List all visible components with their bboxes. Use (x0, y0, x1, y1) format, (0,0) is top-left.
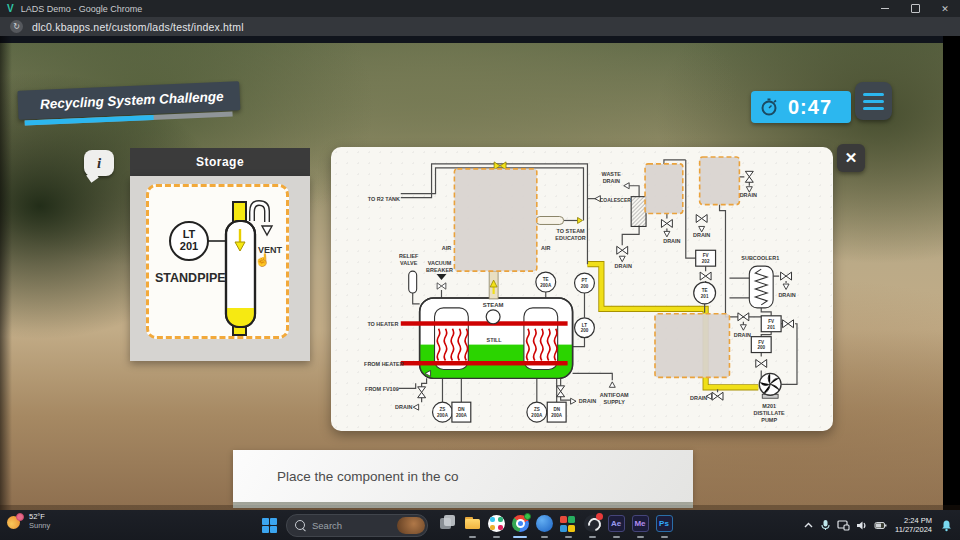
chrome-icon (512, 515, 529, 532)
taskbar-icon-file-explorer[interactable] (460, 511, 484, 539)
diagram-label: FROM FV109 (365, 386, 399, 392)
taskbar-icon-slack[interactable] (484, 511, 508, 539)
battery-icon[interactable] (874, 520, 887, 531)
timer-value: 0:47 (788, 96, 832, 119)
taskbar-icon-photoshop[interactable]: Ps (652, 511, 676, 539)
diagram-label: ANTIFOAM (600, 392, 629, 398)
svg-text:FV: FV (758, 340, 764, 345)
diagram-label: VALVE (400, 260, 418, 266)
instrument-PT-200: PT200 (575, 273, 595, 293)
svg-text:TE: TE (543, 277, 549, 282)
taskbar-search[interactable]: Search (286, 514, 428, 537)
notification-bell-icon[interactable] (940, 519, 953, 532)
svg-text:DN: DN (553, 407, 560, 412)
close-window-button[interactable]: ✕ (930, 0, 960, 17)
diagram-label: WASTE (602, 171, 622, 177)
diagram-label: DRAIN (693, 232, 710, 238)
color-grid-app-icon (559, 515, 578, 534)
display-icon[interactable] (837, 520, 850, 531)
from-heater-pipe (401, 361, 568, 365)
site-info-icon[interactable]: ↻ (10, 20, 23, 33)
instrument-TE-201: TE201 (694, 282, 716, 304)
scene-right-edge (943, 36, 960, 510)
diagram-label: AIR (442, 245, 451, 251)
search-icon (295, 520, 305, 530)
info-bubble-button[interactable]: i (84, 150, 114, 176)
component-slot-2[interactable] (645, 164, 683, 214)
instruction-text: Place the component in the co (277, 469, 459, 484)
speaker-icon[interactable] (856, 520, 868, 531)
taskbar-icon-blue-sphere-app[interactable] (532, 511, 556, 539)
diagram-label: DISTILLATE (754, 410, 785, 416)
taskbar-icon-obs[interactable] (580, 511, 604, 539)
instruction-bar: Place the component in the co (233, 450, 693, 502)
svg-text:TE: TE (702, 288, 708, 293)
tray-chevron-icon[interactable] (803, 520, 814, 531)
component-slot-3[interactable] (700, 157, 740, 205)
close-diagram-button[interactable]: ✕ (837, 144, 865, 172)
diagram-label: AIR (541, 245, 550, 251)
game-scene: Recycling System Challenge 0:47 i Storag… (0, 36, 960, 510)
diagram-label: TO HEATER (367, 321, 398, 327)
browser-urlbar[interactable]: ↻ dlc0.kbapps.net/custom/lads/test/index… (0, 17, 960, 36)
menu-bar (863, 93, 884, 96)
svg-text:201: 201 (767, 325, 775, 330)
svg-text:200: 200 (757, 345, 765, 350)
storage-panel: LT 201 STANDPIPE VENT ☝ (130, 176, 310, 361)
timer-badge: 0:47 (751, 91, 851, 123)
diagram-label: DRAIN (778, 292, 795, 298)
svg-text:201: 201 (701, 294, 709, 299)
menu-bar (863, 107, 884, 110)
tagbox-FV-201: FV201 (761, 316, 781, 332)
svg-text:200A: 200A (540, 283, 552, 288)
diagram-label: COALESCER (600, 198, 632, 203)
taskbar-icon-color-grid-app[interactable] (556, 511, 580, 539)
chrome-status-dot (524, 513, 531, 520)
diagram-label: DRAIN (690, 395, 707, 401)
minimize-button[interactable] (870, 0, 900, 17)
menu-button[interactable] (855, 82, 892, 120)
restore-button[interactable] (900, 0, 930, 17)
weather-icon (7, 513, 24, 530)
svg-text:PT: PT (582, 278, 588, 283)
task-view-icon (440, 515, 457, 532)
diagram-label: DRAIN (603, 178, 620, 184)
search-highlight-image (397, 517, 425, 534)
svg-text:202: 202 (702, 259, 710, 264)
diagram-label: VACUUM (428, 260, 452, 266)
obs-icon (584, 515, 601, 532)
page-top-strip (0, 36, 960, 43)
diagram-label: STEAM (483, 302, 504, 308)
url-text[interactable]: dlc0.kbapps.net/custom/lads/test/index.h… (32, 21, 244, 33)
svg-text:200A: 200A (551, 413, 563, 418)
taskbar-clock[interactable]: 2:24 PM 11/27/2024 (895, 516, 932, 534)
diagram-label: SUBCOOLER1 (741, 255, 779, 261)
component-name: STANDPIPE (155, 271, 226, 285)
taskbar-icon-after-effects[interactable]: Ae (604, 511, 628, 539)
file-explorer-icon (464, 515, 481, 532)
challenge-banner: Recycling System Challenge (17, 81, 240, 126)
svg-text:ZS: ZS (440, 407, 446, 412)
component-slot-4[interactable] (655, 314, 729, 378)
tagbox-DN-200A: DN200A (547, 402, 566, 422)
diagram-label: EDUCATOR (555, 235, 585, 241)
taskbar-icon-chrome[interactable] (508, 511, 532, 539)
hand-cursor-icon: ☝ (255, 252, 270, 267)
taskbar-icon-media-encoder[interactable]: Me (628, 511, 652, 539)
to-heater-pipe (401, 321, 568, 325)
svg-text:200: 200 (581, 328, 589, 333)
diagram-label: DRAIN (740, 192, 757, 198)
steam-eductor (536, 217, 564, 225)
svg-text:200: 200 (581, 284, 589, 289)
vent-arrow-icon (262, 226, 272, 235)
start-button[interactable] (262, 518, 277, 533)
svg-text:DN: DN (458, 407, 465, 412)
microphone-icon[interactable] (820, 519, 831, 531)
component-slot-1[interactable] (454, 169, 536, 271)
weather-widget[interactable]: 52°F Sunny (7, 513, 50, 530)
relief-valve-body (409, 271, 417, 293)
process-diagram-panel: TE200APT200LT200TE201ZS200AZS200A FV202F… (331, 147, 833, 431)
taskbar-icon-task-view[interactable] (436, 511, 460, 539)
search-placeholder: Search (312, 520, 342, 531)
standpipe-component-card[interactable]: LT 201 STANDPIPE VENT ☝ (146, 184, 289, 339)
